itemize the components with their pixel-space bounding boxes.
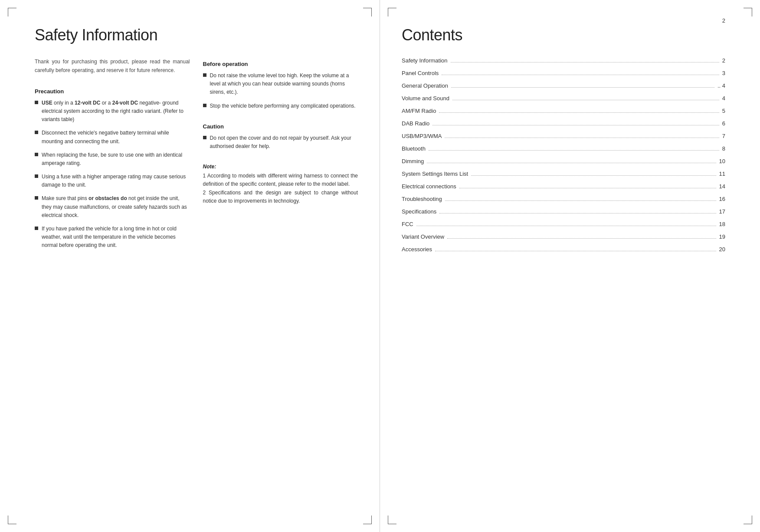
list-item: USE only in a 12-volt DC or a 24-volt DC…	[35, 99, 190, 124]
page-container: Safety Information Thank you for purchas…	[0, 0, 760, 532]
bullet-text: If you have parked the vehicle for a lon…	[42, 225, 190, 250]
corner-bottom-left	[388, 516, 396, 524]
toc-container: Safety Information2Panel Controls3Genera…	[402, 57, 725, 253]
corner-bottom-left	[8, 516, 16, 524]
toc-title: Volume and Sound	[402, 95, 449, 102]
bullet-icon	[35, 131, 38, 134]
corner-top-left	[8, 8, 16, 16]
toc-dots	[442, 75, 719, 75]
toc-item: Variant Overview19	[402, 233, 725, 240]
toc-page: 7	[722, 133, 725, 139]
toc-item: Accessories20	[402, 246, 725, 253]
bullet-text: Do not open the cover and do not repair …	[210, 134, 358, 151]
right-page: 2 Contents Safety Information2Panel Cont…	[380, 0, 760, 532]
toc-page: 11	[719, 171, 725, 177]
bullet-text: Disconnect the vehicle's negative batter…	[42, 129, 190, 145]
list-item: Do not open the cover and do not repair …	[203, 134, 358, 151]
toc-dots	[435, 251, 716, 251]
bullet-text: Stop the vehicle before performing any c…	[210, 102, 356, 110]
toc-dots	[445, 200, 716, 201]
bullet-icon	[203, 136, 206, 139]
toc-item: Electrical connections14	[402, 183, 725, 190]
toc-dots	[447, 238, 716, 239]
toc-title: Accessories	[402, 246, 432, 253]
toc-page: 16	[719, 196, 725, 202]
list-item: When replacing the fuse, be sure to use …	[35, 151, 190, 167]
bullet-text: USE only in a 12-volt DC or a 24-volt DC…	[42, 99, 190, 124]
before-operation-heading: Before operation	[203, 61, 358, 67]
toc-page: 10	[719, 158, 725, 164]
toc-dots	[452, 100, 719, 100]
list-item: Do not raise the volume level too high. …	[203, 72, 358, 97]
bullet-icon	[35, 101, 38, 104]
bullet-text: When replacing the fuse, be sure to use …	[42, 151, 190, 167]
list-item: If you have parked the vehicle for a lon…	[35, 225, 190, 250]
toc-title: AM/FM Radio	[402, 108, 436, 114]
corner-top-right	[363, 8, 372, 16]
toc-title: Variant Overview	[402, 233, 444, 240]
bullet-icon	[35, 227, 38, 230]
toc-page: 8	[722, 145, 725, 152]
left-column: Safety Information Thank you for purchas…	[35, 26, 190, 506]
contents-title: Contents	[402, 26, 725, 44]
toc-item: DAB Radio6	[402, 120, 725, 127]
bullet-icon	[35, 153, 38, 156]
toc-item: Safety Information2	[402, 57, 725, 64]
toc-item: AM/FM Radio5	[402, 108, 725, 114]
toc-item: General Operation.. 4	[402, 82, 725, 89]
toc-dots	[427, 163, 716, 163]
corner-top-left	[388, 8, 396, 16]
toc-title: Specifications	[402, 208, 436, 215]
caution-heading: Caution	[203, 123, 358, 130]
page-title: Safety Information	[35, 26, 190, 44]
toc-title: Safety Information	[402, 57, 448, 64]
toc-item: USB/MP3/WMA7	[402, 133, 725, 139]
left-page: Safety Information Thank you for purchas…	[0, 0, 380, 532]
corner-top-right	[744, 8, 752, 16]
toc-dots	[451, 62, 719, 62]
list-item: Make sure that pins or obstacles do not …	[35, 194, 190, 220]
bullet-text: Make sure that pins or obstacles do not …	[42, 194, 190, 220]
list-item: Stop the vehicle before performing any c…	[203, 102, 358, 110]
bullet-text: Using a fuse with a higher amperage rati…	[42, 173, 190, 189]
toc-page: 4	[722, 95, 725, 102]
toc-title: General Operation	[402, 82, 448, 89]
toc-title: USB/MP3/WMA	[402, 133, 442, 139]
toc-page: 5	[722, 108, 725, 114]
list-item: Disconnect the vehicle's negative batter…	[35, 129, 190, 145]
toc-title: FCC	[402, 221, 413, 227]
list-item: Using a fuse with a higher amperage rati…	[35, 173, 190, 189]
intro-text: Thank you for purchasing this product, p…	[35, 57, 190, 75]
toc-item: Specifications17	[402, 208, 725, 215]
precaution-heading: Precaution	[35, 88, 190, 95]
toc-title: Dimming	[402, 158, 424, 164]
toc-title: Panel Controls	[402, 70, 439, 76]
bullet-icon	[35, 174, 38, 178]
corner-bottom-right	[744, 516, 752, 524]
toc-dots	[451, 87, 714, 88]
bullet-icon	[35, 196, 38, 200]
page-number: 2	[722, 17, 725, 24]
toc-page: 6	[722, 120, 725, 127]
toc-page: 20	[719, 246, 725, 253]
toc-item: Dimming10	[402, 158, 725, 164]
toc-page: 14	[719, 183, 725, 190]
toc-item: Bluetooth8	[402, 145, 725, 152]
toc-title: Troubleshooting	[402, 196, 442, 202]
toc-title: Electrical connections	[402, 183, 456, 190]
toc-item: System Settings Items List11	[402, 171, 725, 177]
toc-page: 17	[719, 208, 725, 215]
toc-title: DAB Radio	[402, 120, 429, 127]
toc-page: 18	[719, 221, 725, 227]
note-text: 1 According to models with different wir…	[203, 172, 358, 205]
toc-item: FCC18	[402, 221, 725, 227]
toc-item: Panel Controls3	[402, 70, 725, 76]
toc-dots	[445, 138, 719, 138]
right-column: Before operation Do not raise the volume…	[203, 26, 358, 506]
toc-item: Volume and Sound4	[402, 95, 725, 102]
toc-dots	[416, 226, 716, 226]
bullet-text: Do not raise the volume level too high. …	[210, 72, 358, 97]
bullet-icon	[203, 104, 206, 107]
corner-bottom-right	[363, 516, 372, 524]
toc-dots	[439, 213, 716, 213]
